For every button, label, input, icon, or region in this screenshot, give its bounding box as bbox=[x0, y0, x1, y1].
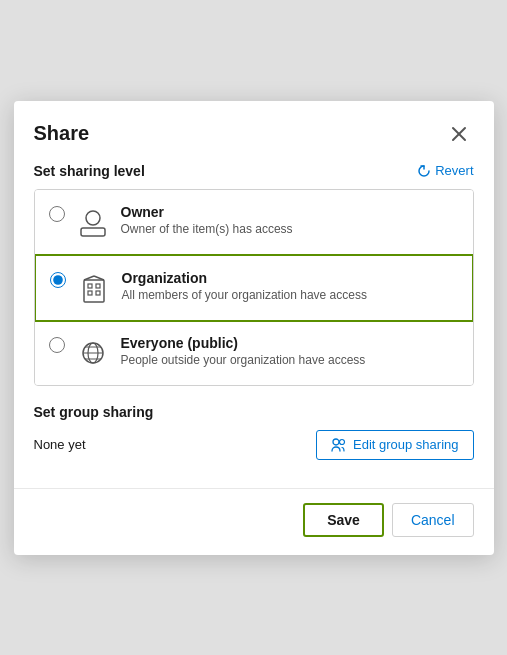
owner-icon bbox=[75, 204, 111, 240]
dialog-header: Share bbox=[14, 101, 494, 159]
org-label: Organization bbox=[122, 270, 367, 286]
save-button[interactable]: Save bbox=[303, 503, 384, 537]
edit-group-label: Edit group sharing bbox=[353, 437, 459, 452]
group-sharing-header: Set group sharing bbox=[34, 404, 474, 420]
everyone-desc: People outside your organization have ac… bbox=[121, 353, 366, 367]
group-sharing-row: None yet Edit group sharing bbox=[34, 430, 474, 460]
revert-button[interactable]: Revert bbox=[417, 163, 473, 178]
owner-label: Owner bbox=[121, 204, 293, 220]
owner-radio-wrapper bbox=[49, 206, 65, 226]
revert-icon bbox=[417, 164, 431, 178]
sharing-level-title: Set sharing level bbox=[34, 163, 145, 179]
group-sharing-section: Set group sharing None yet Edit group sh… bbox=[34, 404, 474, 460]
close-icon bbox=[451, 126, 467, 142]
organization-icon bbox=[76, 270, 112, 306]
svg-rect-2 bbox=[81, 228, 105, 236]
svg-rect-6 bbox=[96, 284, 100, 288]
org-radio-wrapper bbox=[50, 272, 66, 292]
group-sharing-title: Set group sharing bbox=[34, 404, 154, 420]
cancel-button[interactable]: Cancel bbox=[392, 503, 474, 537]
group-sharing-icon bbox=[331, 437, 347, 453]
owner-text: Owner Owner of the item(s) has access bbox=[121, 204, 293, 236]
option-organization[interactable]: Organization All members of your organiz… bbox=[34, 254, 474, 322]
option-everyone[interactable]: Everyone (public) People outside your or… bbox=[35, 321, 473, 385]
everyone-radio[interactable] bbox=[49, 337, 65, 353]
svg-point-3 bbox=[86, 211, 100, 225]
dialog-body: Set sharing level Revert bbox=[14, 163, 494, 480]
everyone-text: Everyone (public) People outside your or… bbox=[121, 335, 366, 367]
svg-rect-5 bbox=[88, 284, 92, 288]
everyone-radio-wrapper bbox=[49, 337, 65, 357]
close-button[interactable] bbox=[444, 119, 474, 149]
svg-rect-8 bbox=[96, 291, 100, 295]
svg-point-16 bbox=[333, 439, 339, 445]
dialog-footer: Save Cancel bbox=[14, 488, 494, 555]
dialog-title: Share bbox=[34, 122, 90, 145]
share-dialog: Share Set sharing level Revert bbox=[14, 101, 494, 555]
owner-desc: Owner of the item(s) has access bbox=[121, 222, 293, 236]
sharing-options: Owner Owner of the item(s) has access bbox=[34, 189, 474, 386]
org-desc: All members of your organization have ac… bbox=[122, 288, 367, 302]
org-text: Organization All members of your organiz… bbox=[122, 270, 367, 302]
option-owner[interactable]: Owner Owner of the item(s) has access bbox=[35, 190, 473, 255]
svg-point-17 bbox=[339, 439, 344, 444]
everyone-label: Everyone (public) bbox=[121, 335, 366, 351]
everyone-icon bbox=[75, 335, 111, 371]
revert-label: Revert bbox=[435, 163, 473, 178]
none-yet-label: None yet bbox=[34, 437, 86, 452]
svg-rect-7 bbox=[88, 291, 92, 295]
owner-radio[interactable] bbox=[49, 206, 65, 222]
svg-rect-4 bbox=[84, 280, 104, 302]
sharing-level-header: Set sharing level Revert bbox=[34, 163, 474, 179]
org-radio[interactable] bbox=[50, 272, 66, 288]
edit-group-sharing-button[interactable]: Edit group sharing bbox=[316, 430, 474, 460]
